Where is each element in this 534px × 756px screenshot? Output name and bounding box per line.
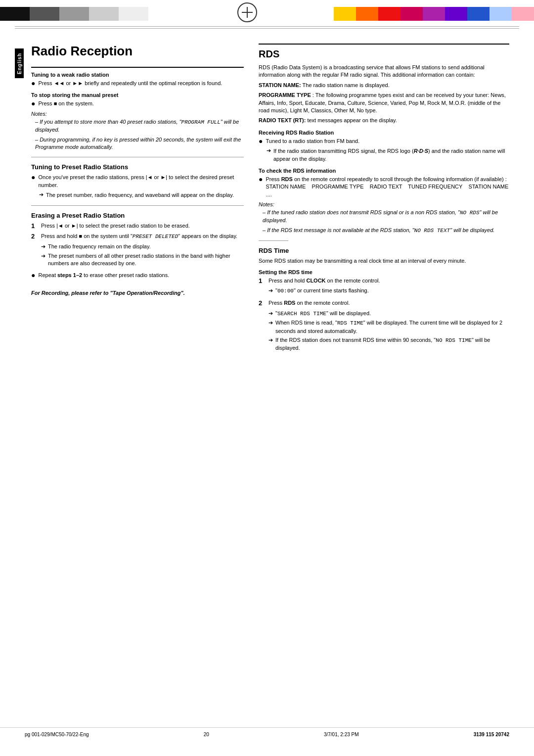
section-stop-storing: To stop storing the manual preset ● Pres… bbox=[31, 92, 244, 151]
arrow-icon-4: ➔ bbox=[267, 147, 271, 154]
bullet-dot-4: ● bbox=[31, 271, 35, 279]
rds-step-1-arrow: ➔ "00:00" or current time starts flashin… bbox=[268, 287, 509, 295]
rds-step-num-2: 2 bbox=[259, 299, 266, 353]
section-rds-time: RDS Time Some RDS station may be transmi… bbox=[259, 247, 509, 354]
rds-step-2-arrow-2-text: When RDS time is read, "RDS TIME" will b… bbox=[275, 319, 509, 335]
top-decorative-bar bbox=[0, 0, 534, 25]
clock-bold: CLOCK bbox=[306, 278, 325, 284]
note-2: – During programming, if no key is press… bbox=[31, 136, 244, 151]
rds-time-step-1: 1 Press and hold CLOCK on the remote con… bbox=[259, 277, 509, 297]
right-column: RDS RDS (Radio Data System) is a broadca… bbox=[259, 44, 509, 359]
steps-bold: steps 1–2 bbox=[57, 272, 82, 278]
erase-step-2: 2 Press and hold ■ on the system until "… bbox=[31, 233, 244, 269]
erasing-preset-title: Erasing a Preset Radio Station bbox=[31, 212, 244, 219]
erase-step-2-text: Press and hold ■ on the system until "PR… bbox=[41, 233, 244, 240]
receiving-rds-arrow-text: If the radio station transmitting RDS si… bbox=[273, 147, 509, 163]
step-num-1: 1 bbox=[31, 222, 38, 230]
note-1: – If you attempt to store more than 40 p… bbox=[31, 118, 244, 134]
station-name-para: STATION NAME: The radio station name is … bbox=[259, 82, 509, 89]
color-strip-right bbox=[277, 7, 534, 18]
step-num-2: 2 bbox=[31, 233, 38, 269]
arrow-icon-1: ➔ bbox=[39, 191, 44, 198]
rds-step-num-1: 1 bbox=[259, 277, 266, 297]
color-block-purple bbox=[423, 7, 445, 21]
arrow-icon-2: ➔ bbox=[41, 243, 45, 250]
color-block-4 bbox=[89, 7, 119, 21]
footer-left: pg 001-029/MC50-70/22-Eng bbox=[25, 732, 89, 737]
color-block-2 bbox=[30, 7, 59, 21]
monospace-preset-deleted: PRESET DELETED bbox=[133, 234, 178, 239]
programme-type-para: PROGRAMME TYPE : The following programme… bbox=[259, 92, 509, 114]
rds-time-title: RDS Time bbox=[259, 247, 509, 254]
monospace-search-rds: SEARCH RDS TIME bbox=[277, 311, 326, 317]
rds-step-2-arrow-3-text: If the RDS station does not transmit RDS… bbox=[275, 336, 509, 352]
divider-rds-time bbox=[259, 240, 288, 241]
divider-2 bbox=[31, 205, 244, 206]
section-tuning-preset: Tuning to Preset Radio Stations ● Once y… bbox=[31, 163, 244, 199]
receiving-rds-title: Receiving RDS Radio Station bbox=[259, 130, 509, 136]
footer-page-num: 20 bbox=[204, 732, 209, 737]
rds-note-1: – If the tuned radio station does not tr… bbox=[259, 209, 509, 225]
erase-repeat-bullet: ● Repeat steps 1–2 to erase other preset… bbox=[31, 272, 244, 279]
rds-logo: R·D·S bbox=[414, 148, 428, 154]
language-tab: English bbox=[15, 48, 24, 78]
arrow-icon-8: ➔ bbox=[268, 336, 273, 344]
monospace-no-rds: NO RDS bbox=[460, 210, 480, 216]
bullet-dot-2: ● bbox=[31, 99, 35, 107]
rds-logo-text: R·D·S bbox=[414, 148, 428, 154]
erase-step-1: 1 Press |◄ or ►| to select the preset ra… bbox=[31, 222, 244, 230]
page-title: Radio Reception bbox=[31, 44, 244, 59]
divider-1 bbox=[31, 157, 244, 157]
monospace-no-rds-text: NO RDS TEXT bbox=[414, 228, 450, 234]
color-block-1 bbox=[0, 7, 30, 21]
stop-storing-bullet: ● Press ■ on the system. bbox=[31, 100, 244, 107]
tuning-preset-arrow: ➔ The preset number, radio frequency, an… bbox=[39, 191, 244, 199]
bullet-dot: ● bbox=[31, 79, 35, 87]
stop-storing-text: Press ■ on the system. bbox=[38, 100, 244, 107]
check-rds-bullet: ● Press RDS on the remote control repeat… bbox=[259, 176, 509, 198]
crosshair-icon bbox=[237, 2, 257, 22]
for-recording-note: For Recording, please refer to "Tape Ope… bbox=[31, 289, 244, 297]
rds-step-2-arrow-3: ➔ If the RDS station does not transmit R… bbox=[268, 336, 509, 352]
color-strip-left bbox=[0, 7, 218, 18]
receiving-rds-text: Tuned to a radio station from FM band. bbox=[266, 138, 509, 145]
erase-arrow-1-text: The radio frequency remain on the displa… bbox=[48, 243, 244, 250]
main-content: Radio Reception Tuning to a weak radio s… bbox=[31, 44, 509, 359]
arrow-icon-7: ➔ bbox=[268, 319, 273, 327]
rds-time-step-2: 2 Press RDS on the remote control. ➔ "SE… bbox=[259, 299, 509, 353]
check-rds-notes: Notes: – If the tuned radio station does… bbox=[259, 201, 509, 235]
footer-right: 3139 115 20742 bbox=[474, 732, 509, 737]
station-name-label: STATION NAME: bbox=[259, 82, 301, 88]
setting-rds-time-title: Setting the RDS time bbox=[259, 269, 509, 275]
color-block-pink bbox=[400, 7, 423, 21]
erase-step-1-text: Press |◄ or ►| to select the preset radi… bbox=[41, 222, 244, 230]
section-tuning-weak: Tuning to a weak radio station ● Press ◄… bbox=[31, 67, 244, 87]
rds-bold-1: RDS bbox=[281, 176, 293, 182]
rds-step-2-arrow-1: ➔ "SEARCH RDS TIME" will be displayed. bbox=[268, 310, 509, 318]
rds-bold-2: RDS bbox=[284, 300, 295, 306]
rds-title: RDS bbox=[259, 48, 509, 60]
bullet-dot-5: ● bbox=[259, 137, 263, 145]
erase-arrow-2-text: The preset numbers of all other preset r… bbox=[48, 252, 244, 268]
section-receiving-rds: Receiving RDS Radio Station ● Tuned to a… bbox=[259, 130, 509, 163]
section-rds: RDS RDS (Radio Data System) is a broadca… bbox=[259, 44, 509, 125]
arrow-icon-3: ➔ bbox=[41, 252, 45, 260]
rds-time-intro: Some RDS station may be transmitting a r… bbox=[259, 257, 509, 265]
programme-type-label: PROGRAMME TYPE bbox=[259, 92, 311, 98]
rds-step-2-content: Press RDS on the remote control. ➔ "SEAR… bbox=[268, 299, 509, 353]
stop-storing-title: To stop storing the manual preset bbox=[31, 92, 244, 98]
rds-note-2: – If the RDS text message is not availab… bbox=[259, 227, 509, 235]
section-check-rds: To check the RDS information ● Press RDS… bbox=[259, 168, 509, 235]
divider-line-top2 bbox=[15, 28, 519, 29]
tuning-weak-bullet: ● Press ◄◄ or ►► briefly and repeatedly … bbox=[31, 80, 244, 87]
section-erasing-preset: Erasing a Preset Radio Station 1 Press |… bbox=[31, 212, 244, 280]
monospace-no-rds-time: NO RDS TIME bbox=[436, 337, 472, 343]
check-rds-title: To check the RDS information bbox=[259, 168, 509, 174]
tuning-preset-text: Once you've preset the radio stations, p… bbox=[38, 174, 244, 189]
rds-step-1-text: Press and hold CLOCK on the remote contr… bbox=[268, 277, 509, 284]
arrow-icon-5: ➔ bbox=[268, 287, 273, 294]
stop-storing-notes: Notes: – If you attempt to store more th… bbox=[31, 111, 244, 151]
color-block-3 bbox=[59, 7, 89, 21]
tuning-weak-text: Press ◄◄ or ►► briefly and repeatedly un… bbox=[38, 80, 244, 87]
monospace-rds-time: RDS TIME bbox=[337, 320, 363, 326]
